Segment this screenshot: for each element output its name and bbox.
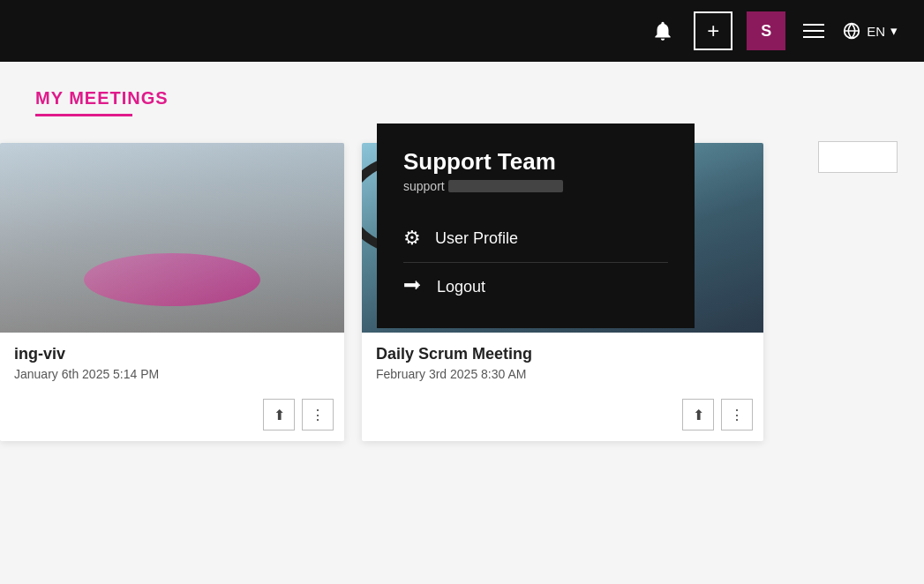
share-icon: ⬆ (274, 407, 285, 423)
hamburger-line-1 (803, 24, 824, 26)
language-selector[interactable]: EN ▾ (842, 21, 898, 41)
card-1-date: January 6th 2025 5:14 PM (14, 367, 330, 381)
card-1-image (0, 143, 344, 333)
hamburger-menu-button[interactable] (800, 20, 828, 41)
card-1-more-button[interactable]: ⋮ (302, 399, 334, 431)
dropdown-user-name: Support Team (403, 148, 668, 176)
share-icon-2: ⬆ (693, 407, 704, 423)
add-meeting-button[interactable]: + (694, 11, 732, 50)
user-avatar-button[interactable]: S (747, 11, 785, 50)
navbar: + S EN ▾ (0, 0, 924, 62)
dropdown-user-profile-item[interactable]: ⚙ User Profile (403, 214, 668, 262)
main-content: MY MEETINGS ing-viv January 6th 2025 5:1… (0, 62, 924, 468)
card-1-share-button[interactable]: ⬆ (263, 399, 295, 431)
meeting-card-1: ing-viv January 6th 2025 5:14 PM ⬆ ⋮ (0, 143, 344, 441)
notifications-button[interactable] (646, 14, 680, 48)
dropdown-logout-label: Logout (437, 278, 485, 296)
card-2-share-button[interactable]: ⬆ (682, 399, 714, 431)
card-2-date: February 3rd 2025 8:30 AM (376, 367, 749, 381)
hamburger-line-3 (803, 36, 824, 38)
dropdown-logout-item[interactable]: ⮕ Logout (403, 262, 668, 311)
page-title: MY MEETINGS (35, 88, 889, 109)
card-2-more-button[interactable]: ⋮ (721, 399, 753, 431)
card-2-title: Daily Scrum Meeting (376, 345, 749, 363)
more-icon: ⋮ (311, 407, 325, 423)
plus-icon: + (707, 19, 719, 43)
more-icon-2: ⋮ (730, 407, 744, 423)
card-2-actions: ⬆ ⋮ (362, 399, 763, 441)
dropdown-user-handle: support (403, 179, 445, 193)
bell-icon (651, 19, 674, 42)
language-label: EN (867, 24, 885, 39)
dropdown-user-profile-label: User Profile (435, 229, 518, 248)
card-1-info: ing-viv January 6th 2025 5:14 PM (0, 333, 344, 399)
gear-icon: ⚙ (403, 227, 421, 250)
search-box[interactable] (818, 141, 898, 173)
hamburger-line-2 (803, 30, 824, 32)
logout-icon: ⮕ (403, 275, 423, 298)
avatar-letter: S (761, 22, 771, 41)
user-dropdown-popup: Support Team support ⚙ User Profile ⮕ Lo… (377, 124, 695, 328)
globe-icon (842, 21, 861, 41)
card-2-info: Daily Scrum Meeting February 3rd 2025 8:… (362, 333, 763, 399)
dropdown-email-redacted (448, 180, 563, 192)
card-1-actions: ⬆ ⋮ (0, 399, 344, 441)
card-1-title: ing-viv (14, 345, 330, 363)
dropdown-user-email-row: support (403, 179, 668, 193)
language-dropdown-arrow: ▾ (890, 23, 898, 39)
title-underline (35, 114, 132, 116)
